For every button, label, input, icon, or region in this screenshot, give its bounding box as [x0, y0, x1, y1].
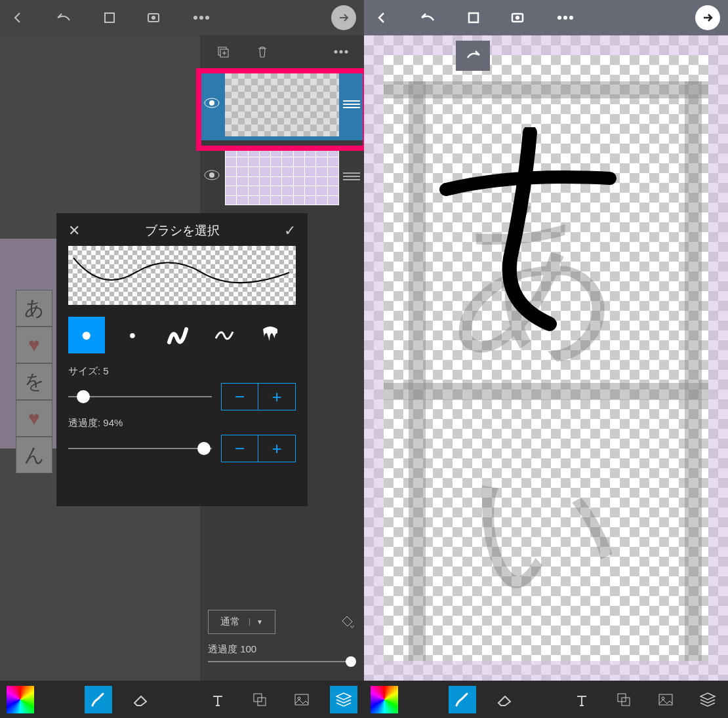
brush-wave[interactable]	[206, 317, 243, 353]
size-minus-button[interactable]: −	[222, 384, 258, 410]
confirm-icon[interactable]: ✓	[284, 222, 296, 239]
color-picker[interactable]	[371, 686, 398, 713]
crop-icon[interactable]	[100, 8, 119, 28]
svg-point-12	[209, 100, 214, 106]
svg-point-4	[199, 16, 203, 20]
visibility-icon[interactable]	[204, 170, 221, 183]
svg-rect-17	[295, 694, 308, 705]
more-icon[interactable]	[192, 8, 211, 28]
more-icon[interactable]	[556, 8, 575, 28]
eraser-tool[interactable]	[491, 686, 518, 713]
brush-drip[interactable]	[252, 317, 289, 353]
svg-point-14	[209, 172, 214, 178]
crop-icon[interactable]	[464, 8, 483, 28]
brush-type-row: ● ●	[68, 317, 296, 353]
brush-preview	[68, 246, 296, 305]
canvas-area-right[interactable]: あ い	[364, 35, 728, 681]
eraser-tool[interactable]	[127, 686, 154, 713]
svg-point-23	[563, 16, 567, 20]
next-button[interactable]	[695, 5, 720, 30]
record-icon[interactable]	[510, 8, 529, 28]
opacity-minus-button[interactable]: −	[222, 435, 258, 462]
popup-title: ブラシを選択	[145, 222, 220, 239]
size-plus-button[interactable]: +	[258, 384, 295, 410]
next-button[interactable]	[331, 5, 356, 30]
chevron-down-icon: ▼	[249, 618, 263, 626]
record-icon[interactable]	[146, 8, 165, 28]
trace-char-i: い	[469, 429, 623, 632]
back-icon[interactable]	[372, 8, 392, 28]
svg-point-3	[193, 16, 197, 20]
undo-icon[interactable]	[418, 8, 437, 28]
opacity-slider[interactable]	[68, 448, 212, 449]
svg-point-22	[557, 16, 561, 20]
svg-rect-19	[469, 13, 478, 22]
image-tool[interactable]	[288, 686, 315, 713]
visibility-icon[interactable]	[204, 98, 221, 111]
size-slider[interactable]	[68, 396, 212, 397]
layer-opacity-label: 透過度 100	[208, 643, 356, 656]
svg-point-21	[516, 16, 519, 20]
text-tool[interactable]	[204, 686, 232, 713]
brush-select-popup: ✕ ブラシを選択 ✓ ● ● サイズ: 5 − + 透過度: 94% −	[56, 213, 308, 506]
opacity-plus-button[interactable]: +	[258, 435, 295, 462]
undo-icon[interactable]	[54, 8, 73, 28]
blend-mode-label: 通常	[220, 616, 240, 628]
svg-point-5	[205, 16, 209, 20]
delete-layer-icon[interactable]	[253, 42, 272, 62]
size-label: サイズ: 5	[68, 365, 296, 378]
top-toolbar-left	[0, 0, 364, 35]
layer-opacity-slider[interactable]	[208, 661, 356, 662]
top-toolbar-right	[364, 0, 728, 35]
add-layer-icon[interactable]	[213, 42, 233, 62]
shape-tool[interactable]	[610, 686, 637, 713]
bottom-toolbar-left	[0, 681, 364, 718]
bucket-icon[interactable]	[336, 612, 356, 632]
svg-point-2	[152, 16, 155, 20]
user-stroke	[433, 127, 643, 337]
svg-point-10	[345, 50, 348, 54]
shape-tool[interactable]	[246, 686, 273, 713]
color-picker[interactable]	[7, 686, 34, 713]
svg-point-8	[334, 50, 338, 54]
layer-2[interactable]	[200, 140, 364, 212]
close-icon[interactable]: ✕	[68, 222, 80, 239]
bottom-toolbar-right	[364, 681, 728, 718]
layers-tool[interactable]	[694, 686, 721, 713]
text-tool[interactable]	[568, 686, 596, 713]
brush-scribble[interactable]	[160, 317, 197, 353]
layer-1[interactable]	[200, 68, 364, 140]
drag-handle-icon[interactable]	[343, 172, 360, 180]
opacity-label: 透過度: 94%	[68, 417, 296, 429]
brush-soft[interactable]: ●	[114, 317, 151, 353]
brush-tool[interactable]	[85, 686, 112, 713]
blend-mode-select[interactable]: 通常 ▼	[208, 610, 275, 634]
layer-thumbnail	[225, 72, 339, 136]
svg-point-24	[569, 16, 573, 20]
svg-point-9	[340, 50, 343, 54]
layer-thumbnail	[225, 148, 339, 205]
layer-more-icon[interactable]	[331, 42, 351, 62]
image-tool[interactable]	[652, 686, 679, 713]
drag-handle-icon[interactable]	[343, 100, 360, 108]
brush-tool[interactable]	[449, 686, 476, 713]
svg-rect-0	[105, 13, 114, 22]
back-icon[interactable]	[8, 8, 28, 28]
svg-rect-27	[659, 694, 672, 705]
brush-round[interactable]: ●	[68, 317, 105, 353]
layers-tool[interactable]	[330, 686, 357, 713]
